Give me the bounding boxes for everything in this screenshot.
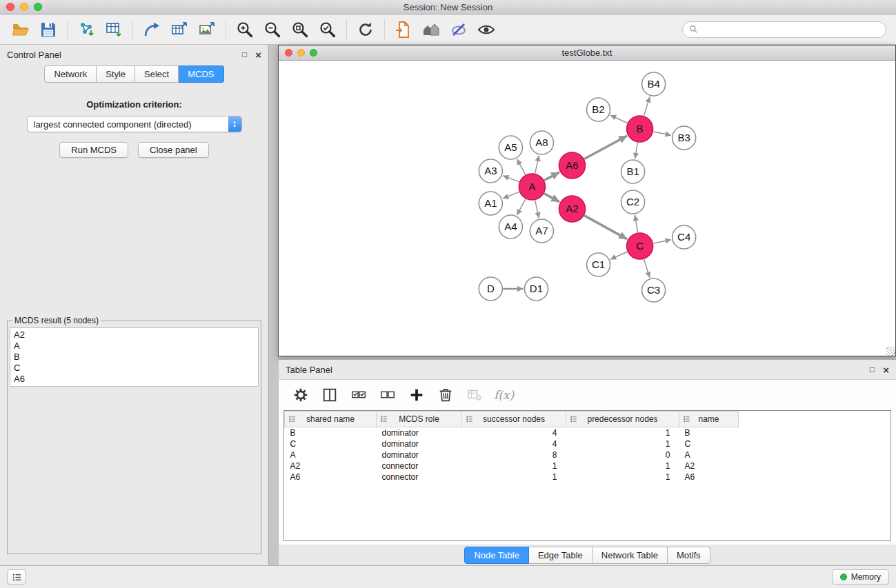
edge-A-A8[interactable] (535, 156, 539, 174)
node-C4[interactable]: C4 (673, 225, 696, 249)
home-icon[interactable] (417, 17, 445, 42)
node-A4[interactable]: A4 (499, 215, 522, 239)
column-header-mcds-role[interactable]: MCDS role (377, 412, 462, 427)
node-B4[interactable]: B4 (642, 72, 666, 96)
minimize-window-button[interactable] (20, 3, 28, 11)
edge-C-C3[interactable] (644, 259, 650, 278)
node-D[interactable]: D (479, 277, 502, 301)
node-B3[interactable]: B3 (673, 126, 696, 150)
import-network-icon[interactable] (72, 17, 100, 42)
edge-B-B2[interactable] (610, 115, 628, 123)
table-row[interactable]: B dominator 4 1 B (285, 427, 739, 438)
edge-A-A1[interactable] (503, 192, 519, 199)
zoom-fit-icon[interactable] (286, 17, 314, 42)
column-selector-icon[interactable] (317, 383, 342, 407)
node-C1[interactable]: C1 (586, 253, 610, 276)
function-builder-icon[interactable]: f(x) (494, 388, 514, 402)
tab-motifs[interactable]: Motifs (668, 547, 710, 564)
node-A7[interactable]: A7 (530, 219, 553, 243)
memory-button[interactable]: Memory (832, 569, 889, 585)
edge-C-C2[interactable] (635, 215, 638, 232)
edge-A2-C[interactable] (584, 216, 627, 239)
search-box[interactable] (682, 21, 886, 38)
edge-A-A3[interactable] (503, 176, 519, 182)
table-row[interactable]: A2 connector 1 1 A2 (285, 460, 739, 472)
task-history-button[interactable] (7, 569, 26, 585)
tab-style[interactable]: Style (97, 65, 135, 83)
node-A8[interactable]: A8 (530, 131, 553, 154)
criterion-select[interactable]: largest connected component (directed) ▲… (27, 116, 242, 132)
node-A1[interactable]: A1 (479, 192, 502, 215)
minimize-view-button[interactable] (297, 49, 305, 57)
table-row[interactable]: A6 connector 1 1 A6 (285, 472, 739, 483)
mcds-result-list[interactable]: A2 A B C A6 (10, 327, 259, 387)
node-A6[interactable]: A6 (559, 152, 585, 179)
zoom-view-button[interactable] (310, 49, 317, 57)
edge-A-A7[interactable] (535, 201, 539, 219)
zoom-out-icon[interactable] (259, 17, 286, 42)
apply-layout-icon[interactable] (352, 17, 379, 42)
node-A5[interactable]: A5 (499, 136, 522, 159)
first-neighbors-icon[interactable] (390, 17, 417, 42)
zoom-window-button[interactable] (34, 3, 42, 11)
table-settings-icon[interactable] (288, 383, 313, 407)
close-view-button[interactable] (285, 49, 292, 57)
edge-C-C1[interactable] (610, 252, 627, 259)
delete-table-icon[interactable] (462, 383, 487, 407)
column-header-predecessor-nodes[interactable]: predecessor nodes (566, 412, 679, 427)
tab-mcds[interactable]: MCDS (179, 65, 223, 83)
tab-node-table[interactable]: Node Table (464, 547, 529, 564)
search-input[interactable] (701, 24, 879, 34)
node-C3[interactable]: C3 (642, 278, 666, 302)
close-panel-icon[interactable]: × (255, 50, 261, 60)
column-header-successor-nodes[interactable]: successor nodes (462, 412, 566, 427)
export-table-icon[interactable] (166, 17, 193, 42)
import-table-icon[interactable] (100, 17, 128, 42)
save-icon[interactable] (34, 17, 62, 42)
export-image-icon[interactable] (193, 17, 221, 42)
float-table-panel-icon[interactable]: □ (870, 365, 875, 374)
column-header-name[interactable]: name (679, 412, 739, 427)
edge-A6-B[interactable] (584, 136, 627, 159)
hide-graphics-details-icon[interactable] (445, 17, 472, 42)
edge-B-B1[interactable] (635, 143, 638, 159)
node-A[interactable]: A (519, 174, 545, 200)
edge-C-C4[interactable] (653, 240, 671, 243)
add-column-icon[interactable] (404, 383, 429, 407)
edge-B-B4[interactable] (644, 97, 650, 116)
select-all-icon[interactable] (346, 383, 371, 407)
edge-B-B3[interactable] (653, 132, 671, 135)
node-B2[interactable]: B2 (586, 98, 610, 121)
edge-A-A2[interactable] (544, 194, 559, 202)
deselect-all-icon[interactable] (375, 383, 400, 407)
edge-A-A6[interactable] (544, 172, 559, 181)
close-table-panel-icon[interactable]: × (883, 365, 889, 375)
close-panel-button[interactable]: Close panel (138, 142, 209, 158)
network-canvas[interactable]: B4B2BB3A5A8A6A3B1AC2A1A2A4A7C4CC1DD1C3 (279, 61, 895, 356)
node-D1[interactable]: D1 (524, 277, 548, 301)
resize-grip[interactable] (886, 347, 895, 356)
delete-icon[interactable] (433, 383, 458, 407)
node-A2[interactable]: A2 (559, 196, 585, 222)
open-icon[interactable] (7, 17, 34, 42)
table-row[interactable]: A dominator 8 0 A (285, 449, 739, 460)
table-row[interactable]: C dominator 4 1 C (285, 438, 739, 449)
tab-network[interactable]: Network (44, 65, 97, 83)
node-B[interactable]: B (627, 116, 653, 142)
tab-select[interactable]: Select (135, 65, 179, 83)
column-header-shared-name[interactable]: shared name (285, 412, 377, 427)
node-C2[interactable]: C2 (621, 190, 645, 214)
zoom-selected-icon[interactable] (314, 17, 341, 42)
export-network-icon[interactable] (138, 17, 166, 42)
float-panel-icon[interactable]: □ (242, 50, 247, 59)
tab-edge-table[interactable]: Edge Table (529, 547, 593, 564)
node-C[interactable]: C (627, 233, 653, 259)
node-B1[interactable]: B1 (621, 160, 645, 183)
node-A3[interactable]: A3 (479, 159, 502, 183)
show-graphics-details-icon[interactable] (472, 17, 500, 42)
zoom-in-icon[interactable] (231, 17, 259, 42)
run-mcds-button[interactable]: Run MCDS (59, 142, 128, 158)
edge-A-A4[interactable] (517, 199, 526, 216)
tab-network-table[interactable]: Network Table (593, 547, 668, 564)
close-window-button[interactable] (6, 3, 14, 11)
